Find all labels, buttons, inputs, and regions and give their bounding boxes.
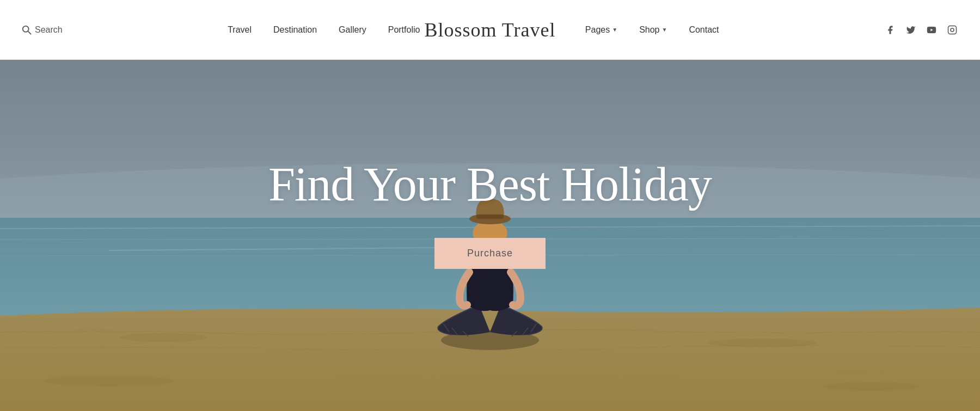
site-header: Search Travel Destination Gallery Portfo… bbox=[0, 0, 980, 60]
youtube-icon[interactable] bbox=[926, 24, 938, 36]
hero-content: Find Your Best Holiday Purchase bbox=[268, 158, 712, 269]
nav-travel[interactable]: Travel bbox=[228, 25, 252, 35]
search-icon bbox=[22, 25, 32, 35]
svg-point-4 bbox=[951, 28, 954, 32]
hero-title: Find Your Best Holiday bbox=[268, 158, 712, 211]
social-links bbox=[884, 24, 958, 36]
search-label: Search bbox=[35, 25, 63, 35]
main-nav: Travel Destination Gallery Portfolio bbox=[228, 25, 420, 35]
instagram-icon[interactable] bbox=[946, 24, 958, 36]
nav-gallery[interactable]: Gallery bbox=[339, 25, 366, 35]
nav-destination[interactable]: Destination bbox=[273, 25, 317, 35]
svg-point-0 bbox=[23, 26, 29, 32]
chevron-down-icon: ▼ bbox=[612, 27, 617, 33]
svg-point-5 bbox=[954, 27, 955, 28]
search-trigger[interactable]: Search bbox=[22, 25, 63, 35]
chevron-down-icon: ▼ bbox=[662, 27, 667, 33]
svg-rect-3 bbox=[948, 26, 956, 34]
site-logo[interactable]: Blossom Travel bbox=[424, 19, 555, 41]
nav-shop[interactable]: Shop ▼ bbox=[639, 25, 667, 35]
nav-contact[interactable]: Contact bbox=[689, 25, 719, 35]
twitter-icon[interactable] bbox=[905, 24, 917, 36]
main-nav-right: Pages ▼ Shop ▼ Contact bbox=[585, 25, 719, 35]
facebook-icon[interactable] bbox=[884, 24, 896, 36]
hero-section: Find Your Best Holiday Purchase bbox=[0, 60, 980, 411]
nav-portfolio[interactable]: Portfolio bbox=[388, 25, 420, 35]
purchase-button[interactable]: Purchase bbox=[434, 238, 546, 269]
svg-line-1 bbox=[28, 31, 31, 34]
nav-pages[interactable]: Pages ▼ bbox=[585, 25, 617, 35]
